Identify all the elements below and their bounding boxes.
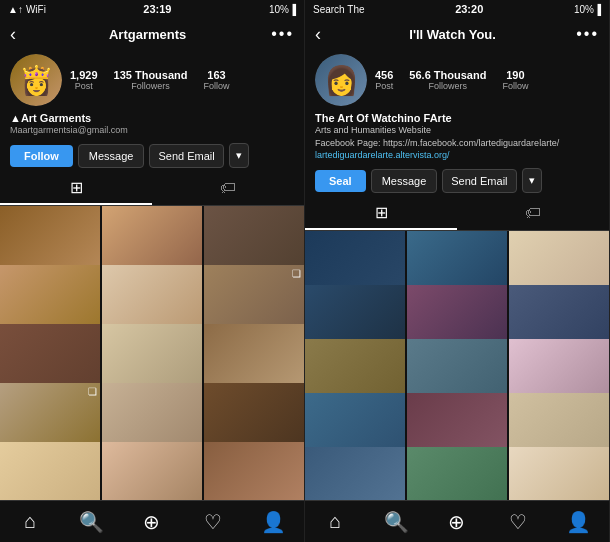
stat-followers-number-2: 56.6 Thousand	[409, 69, 486, 81]
stat-posts-2: 456 Post	[375, 69, 393, 91]
dropdown-button-1[interactable]: ▾	[229, 143, 249, 168]
stat-following-label-1: Follow	[204, 81, 230, 91]
message-button-1[interactable]: Message	[78, 144, 145, 168]
nav-search-1[interactable]: 🔍	[61, 510, 122, 534]
stats-row-1: 1,929 Post 135 Thousand Followers 163 Fo…	[70, 69, 294, 91]
grid-item[interactable]	[509, 447, 609, 500]
panel-2: Search The 23:20 10%▐ ‹ I'll Watch You. …	[305, 0, 610, 542]
stat-posts-1: 1,929 Post	[70, 69, 98, 91]
nav-profile-2[interactable]: 👤	[548, 510, 609, 534]
bottom-nav-2: ⌂ 🔍 ⊕ ♡ 👤	[305, 500, 609, 542]
tab-tag-2[interactable]: 🏷	[457, 197, 609, 230]
stat-following-label-2: Follow	[502, 81, 528, 91]
stat-following-number-2: 190	[506, 69, 524, 81]
dropdown-button-2[interactable]: ▾	[522, 168, 542, 193]
time-1: 23:19	[143, 3, 171, 15]
profile-link-2[interactable]: lartediguardarelarte.altervista.org/	[315, 150, 599, 160]
back-button-2[interactable]: ‹	[315, 25, 321, 43]
profile-name-2: The Art Of Watchino FArte	[315, 112, 599, 124]
grid-item[interactable]	[0, 442, 100, 500]
avatar-2: 👩	[315, 54, 367, 106]
profile-info-1: ▲Art Garments Maartgarmentsia@gmail.com	[0, 110, 304, 139]
nav-bar-1: ‹ Artgarments •••	[0, 18, 304, 50]
nav-heart-1[interactable]: ♡	[182, 510, 243, 534]
send-email-button-1[interactable]: Send Email	[149, 144, 223, 168]
grid-item[interactable]	[102, 442, 202, 500]
profile-stats-2: 456 Post 56.6 Thousand Followers 190 Fol…	[375, 54, 599, 106]
stat-following-number-1: 163	[207, 69, 225, 81]
message-button-2[interactable]: Message	[371, 169, 438, 193]
avatar-1: 👸	[10, 54, 62, 106]
nav-heart-2[interactable]: ♡	[487, 510, 548, 534]
stat-followers-label-1: Followers	[131, 81, 170, 91]
status-bar-2: Search The 23:20 10%▐	[305, 0, 609, 18]
send-email-button-2[interactable]: Send Email	[442, 169, 516, 193]
tab-grid-2[interactable]: ⊞	[305, 197, 457, 230]
content-tabs-1: ⊞ 🏷	[0, 172, 304, 206]
nav-add-2[interactable]: ⊕	[427, 510, 488, 534]
action-buttons-1: Follow Message Send Email ▾	[0, 139, 304, 172]
stat-posts-number-2: 456	[375, 69, 393, 81]
nav-bar-2: ‹ I'll Watch You. •••	[305, 18, 609, 50]
grid-item[interactable]	[305, 447, 405, 500]
profile-section-1: 👸 1,929 Post 135 Thousand Followers 163 …	[0, 50, 304, 110]
panel-1: ▲↑ WiFi 23:19 10%▐ ‹ Artgarments ••• 👸 1…	[0, 0, 305, 542]
profile-stats-1: 1,929 Post 135 Thousand Followers 163 Fo…	[70, 54, 294, 106]
nav-home-2[interactable]: ⌂	[305, 510, 366, 533]
nav-add-1[interactable]: ⊕	[122, 510, 183, 534]
nav-search-2[interactable]: 🔍	[366, 510, 427, 534]
back-button-1[interactable]: ‹	[10, 25, 16, 43]
nav-profile-1[interactable]: 👤	[243, 510, 304, 534]
follow-button-1[interactable]: Follow	[10, 145, 73, 167]
status-bar-1: ▲↑ WiFi 23:19 10%▐	[0, 0, 304, 18]
stat-followers-number-1: 135 Thousand	[114, 69, 188, 81]
stats-row-2: 456 Post 56.6 Thousand Followers 190 Fol…	[375, 69, 599, 91]
action-buttons-2: Seal Message Send Email ▾	[305, 164, 609, 197]
status-left-1: ▲↑ WiFi	[8, 4, 46, 15]
battery-2: 10%▐	[574, 4, 601, 15]
signal-icon: ▲↑	[8, 4, 23, 15]
stat-followers-1: 135 Thousand Followers	[114, 69, 188, 91]
status-left-2: Search The	[313, 4, 365, 15]
content-tabs-2: ⊞ 🏷	[305, 197, 609, 231]
photo-grid-1: ❏ ❏	[0, 206, 304, 500]
wifi-icon: WiFi	[26, 4, 46, 15]
stat-followers-2: 56.6 Thousand Followers	[409, 69, 486, 91]
follow-button-2[interactable]: Seal	[315, 170, 366, 192]
tab-tag-1[interactable]: 🏷	[152, 172, 304, 205]
stat-followers-label-2: Followers	[429, 81, 468, 91]
profile-section-2: 👩 456 Post 56.6 Thousand Followers 190 F…	[305, 50, 609, 110]
stat-following-2: 190 Follow	[502, 69, 528, 91]
profile-title-1: Artgarments	[24, 27, 271, 42]
more-button-2[interactable]: •••	[576, 25, 599, 43]
time-2: 23:20	[455, 3, 483, 15]
profile-title-2: I'll Watch You.	[329, 27, 576, 42]
battery-1: 10%▐	[269, 4, 296, 15]
stat-following-1: 163 Follow	[204, 69, 230, 91]
photo-grid-2	[305, 231, 609, 500]
nav-home-1[interactable]: ⌂	[0, 510, 61, 533]
grid-item[interactable]	[204, 442, 304, 500]
profile-info-2: The Art Of Watchino FArte Arts and Human…	[305, 110, 609, 164]
profile-category-2: Arts and Humanities Website	[315, 125, 599, 137]
grid-item[interactable]	[407, 447, 507, 500]
bottom-nav-1: ⌂ 🔍 ⊕ ♡ 👤	[0, 500, 304, 542]
stat-posts-label-1: Post	[75, 81, 93, 91]
profile-email-1: Maartgarmentsia@gmail.com	[10, 125, 294, 135]
tab-grid-1[interactable]: ⊞	[0, 172, 152, 205]
stat-posts-label-2: Post	[375, 81, 393, 91]
profile-name-1: ▲Art Garments	[10, 112, 294, 124]
more-button-1[interactable]: •••	[271, 25, 294, 43]
profile-fb-2: Facebook Page: https://m.facebook.com/la…	[315, 138, 599, 150]
stat-posts-number-1: 1,929	[70, 69, 98, 81]
